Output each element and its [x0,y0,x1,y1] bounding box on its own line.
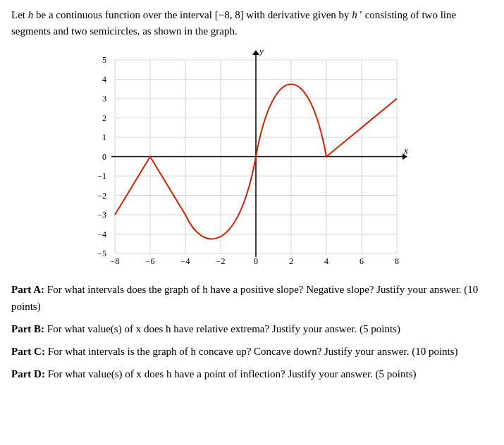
part-a-text: For what intervals does the graph of h h… [11,284,478,312]
svg-text:3: 3 [102,94,106,104]
svg-marker-23 [252,50,259,55]
svg-text:4: 4 [324,256,328,266]
svg-text:6: 6 [359,256,364,266]
svg-text:5: 5 [102,55,106,65]
part-c-text: For what intervals is the graph of h con… [45,346,458,357]
svg-text:2: 2 [289,256,293,266]
svg-text:8: 8 [395,256,399,266]
questions-section: Part A: For what intervals does the grap… [11,281,493,382]
part-d-text: For what value(s) of x does h have a poi… [45,368,417,380]
question-part-d: Part D: For what value(s) of x does h ha… [11,365,493,382]
question-part-a: Part A: For what intervals does the grap… [11,281,493,315]
svg-text:4: 4 [102,75,106,84]
graph-svg: −8 −6 −4 −2 0 2 4 6 8 5 4 3 2 1 0 −1 −2 … [80,46,425,271]
svg-text:−4: −4 [180,256,190,266]
svg-text:−1: −1 [97,171,106,181]
question-part-b: Part B: For what value(s) of x does h ha… [11,320,493,337]
svg-text:0: 0 [254,256,258,266]
part-b-label: Part B: [11,323,44,334]
part-d-label: Part D: [11,368,45,380]
svg-text:0: 0 [102,152,106,162]
svg-text:−6: −6 [145,256,154,266]
svg-text:y: y [258,46,264,56]
svg-text:2: 2 [102,113,106,123]
svg-text:−4: −4 [97,230,106,239]
part-c-label: Part C: [11,346,45,357]
svg-text:−2: −2 [216,256,225,266]
intro-paragraph: Let h be a continuous function over the … [11,7,493,39]
graph-container: −8 −6 −4 −2 0 2 4 6 8 5 4 3 2 1 0 −1 −2 … [80,46,425,271]
svg-text:1: 1 [102,132,106,142]
svg-text:−5: −5 [97,249,106,258]
part-b-text: For what value(s) of x does h have relat… [44,323,400,334]
svg-text:−2: −2 [97,191,106,201]
part-a-label: Part A: [11,284,44,295]
svg-text:x: x [403,145,408,156]
svg-text:−3: −3 [97,210,106,220]
question-part-c: Part C: For what intervals is the graph … [11,343,493,360]
svg-text:−8: −8 [110,256,119,266]
